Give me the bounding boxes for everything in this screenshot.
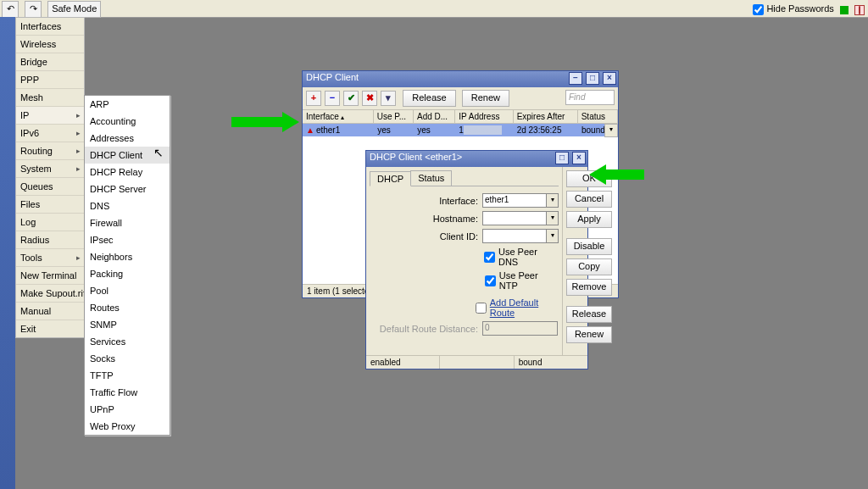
menu-item-ipv6[interactable]: IPv6▸ xyxy=(16,125,84,142)
dialog-maximize-icon[interactable]: □ xyxy=(555,152,569,164)
submenu-item-firewall[interactable]: Firewall xyxy=(85,214,170,231)
checkbox-default-route[interactable] xyxy=(476,303,487,314)
undo-button[interactable]: ↶ xyxy=(2,1,19,18)
expand-icon[interactable]: ▾ xyxy=(547,211,559,225)
submenu-item-traffic-flow[interactable]: Traffic Flow xyxy=(85,384,170,401)
tab-dhcp[interactable]: DHCP xyxy=(370,171,411,186)
submenu-arrow-icon: ▸ xyxy=(76,147,81,155)
submenu-item-dhcp-server[interactable]: DHCP Server xyxy=(85,181,170,197)
remove-button[interactable]: Remove xyxy=(566,279,612,296)
enable-icon[interactable]: ✔ xyxy=(343,91,359,106)
menu-item-files[interactable]: Files xyxy=(16,196,84,214)
release-button[interactable]: Release xyxy=(566,306,612,323)
window-close-icon[interactable]: × xyxy=(603,72,616,85)
menu-item-make-supout-rif[interactable]: Make Supout.rif xyxy=(16,285,84,303)
renew-button[interactable]: Renew xyxy=(462,90,509,107)
hide-passwords-label: Hide Passwords xyxy=(766,3,833,14)
hide-passwords-checkbox[interactable] xyxy=(753,4,764,15)
submenu-item-socks[interactable]: Socks xyxy=(85,350,170,367)
submenu-item-neighbors[interactable]: Neighbors xyxy=(85,248,170,265)
link-default-route[interactable]: Add Default Route xyxy=(490,297,559,318)
window-minimize-icon[interactable]: – xyxy=(569,72,582,85)
submenu-item-accounting[interactable]: Accounting xyxy=(85,113,170,130)
submenu-item-arp[interactable]: ARP xyxy=(85,96,170,113)
dropdown-icon[interactable]: ▾ xyxy=(547,193,559,208)
menu-item-log[interactable]: Log xyxy=(16,214,84,231)
menu-item-tools[interactable]: Tools▸ xyxy=(16,249,84,267)
dialog-close-icon[interactable]: × xyxy=(572,152,586,164)
submenu-item-routes[interactable]: Routes xyxy=(85,299,170,316)
disable-icon[interactable]: ✖ xyxy=(362,91,377,106)
checkbox-peer-ntp[interactable] xyxy=(485,275,496,286)
release-button[interactable]: Release xyxy=(403,90,455,107)
dhcp-client-dialog: DHCP Client <ether1> □ × DHCP Status Int… xyxy=(365,150,588,370)
column-header[interactable]: Use P... xyxy=(374,110,414,123)
submenu-item-upnp[interactable]: UPnP xyxy=(85,401,170,418)
safe-mode-button[interactable]: Safe Mode xyxy=(47,1,101,18)
submenu-item-dhcp-relay[interactable]: DHCP Relay xyxy=(85,164,170,181)
disable-button[interactable]: Disable xyxy=(566,238,612,255)
copy-button[interactable]: Copy xyxy=(566,258,612,275)
input-interface[interactable]: ether1 xyxy=(482,193,547,208)
ok-button[interactable]: OK xyxy=(566,170,612,187)
hide-passwords-toggle[interactable]: Hide Passwords xyxy=(749,3,833,14)
submenu-item-tftp[interactable]: TFTP xyxy=(85,367,170,384)
add-icon[interactable]: + xyxy=(306,91,321,106)
find-input[interactable]: Find xyxy=(565,90,615,105)
submenu-item-addresses[interactable]: Addresses xyxy=(85,130,170,147)
submenu-item-pool[interactable]: Pool xyxy=(85,282,170,299)
submenu-item-snmp[interactable]: SNMP xyxy=(85,316,170,333)
header-dropdown-icon[interactable]: ▾ xyxy=(604,124,618,137)
submenu-item-dhcp-client[interactable]: DHCP Client xyxy=(85,147,170,164)
window-maximize-icon[interactable]: □ xyxy=(586,72,599,85)
window-titlebar[interactable]: DHCP Client – □ × xyxy=(303,71,618,87)
menu-item-wireless[interactable]: Wireless xyxy=(16,36,84,53)
table-row[interactable]: ▲ether1yesyes1xxxxxxxxx2d 23:56:25bound xyxy=(303,124,618,136)
remove-icon[interactable]: − xyxy=(325,91,340,106)
dialog-button-column: OKCancelApplyDisableCopyRemoveReleaseRen… xyxy=(562,167,615,355)
filter-icon[interactable]: ▾ xyxy=(381,91,396,106)
field-default-route[interactable]: Add Default Route xyxy=(370,297,559,318)
input-hostname[interactable] xyxy=(482,211,547,225)
menu-item-ip[interactable]: IP▸ xyxy=(16,107,84,125)
submenu-item-web-proxy[interactable]: Web Proxy xyxy=(85,418,170,435)
checkbox-peer-dns[interactable] xyxy=(484,252,495,263)
column-header[interactable]: Expires After xyxy=(514,110,578,123)
menu-item-mesh[interactable]: Mesh xyxy=(16,89,84,107)
submenu-item-ipsec[interactable]: IPsec xyxy=(85,231,170,248)
menu-item-bridge[interactable]: Bridge xyxy=(16,53,84,71)
column-header[interactable]: Interface ▴ xyxy=(303,110,374,123)
submenu-item-packing[interactable]: Packing xyxy=(85,265,170,282)
field-clientid: Client ID: ▾ xyxy=(370,229,559,243)
menu-item-new-terminal[interactable]: New Terminal xyxy=(16,267,84,285)
menu-item-radius[interactable]: Radius xyxy=(16,231,84,249)
status-enabled: enabled xyxy=(366,356,440,369)
cancel-button[interactable]: Cancel xyxy=(566,191,612,208)
column-header[interactable]: Status xyxy=(578,110,618,123)
expand-icon[interactable]: ▾ xyxy=(547,229,559,243)
column-header[interactable]: Add D... xyxy=(414,110,455,123)
ip-submenu: ARPAccountingAddressesDHCP ClientDHCP Re… xyxy=(84,95,170,436)
menu-item-interfaces[interactable]: Interfaces xyxy=(16,18,84,36)
apply-button[interactable]: Apply xyxy=(566,211,612,228)
field-peer-ntp[interactable]: Use Peer NTP xyxy=(370,270,559,291)
menu-item-queues[interactable]: Queues xyxy=(16,178,84,196)
input-clientid[interactable] xyxy=(482,229,547,243)
cell: yes xyxy=(414,124,455,136)
renew-button[interactable]: Renew xyxy=(566,326,612,343)
tab-status[interactable]: Status xyxy=(410,170,452,186)
field-peer-dns[interactable]: Use Peer DNS xyxy=(370,247,559,267)
redo-button[interactable]: ↷ xyxy=(25,1,42,18)
annotation-arrow-row xyxy=(231,112,299,132)
submenu-arrow-icon: ▸ xyxy=(76,164,81,173)
menu-item-system[interactable]: System▸ xyxy=(16,160,84,178)
submenu-item-dns[interactable]: DNS xyxy=(85,197,170,214)
menu-item-manual[interactable]: Manual xyxy=(16,303,84,320)
submenu-item-services[interactable]: Services xyxy=(85,333,170,350)
dialog-titlebar[interactable]: DHCP Client <ether1> □ × xyxy=(366,151,587,167)
menu-item-routing[interactable]: Routing▸ xyxy=(16,142,84,160)
label-peer-dns: Use Peer DNS xyxy=(498,247,559,267)
menu-item-exit[interactable]: Exit xyxy=(16,320,84,337)
menu-item-ppp[interactable]: PPP xyxy=(16,71,84,89)
column-header[interactable]: IP Address xyxy=(455,110,513,123)
